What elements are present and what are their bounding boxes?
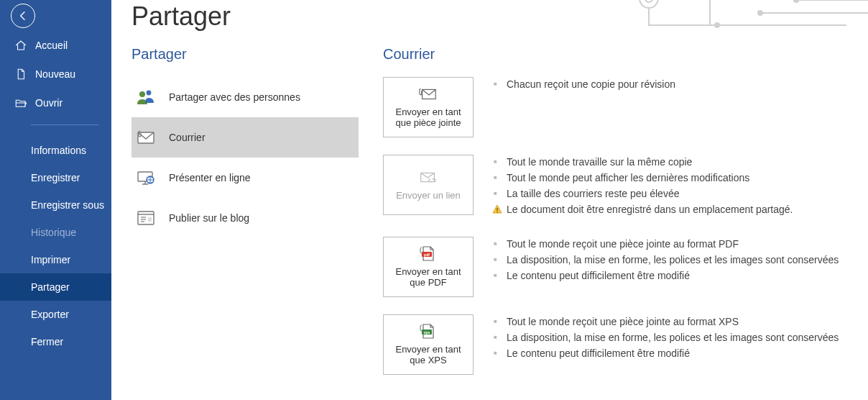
envelope-attach-icon — [418, 86, 438, 102]
send-as-attachment-button[interactable]: Envoyer en tant que pièce jointe — [383, 77, 474, 137]
share-option-label: Partager avec des personnes — [169, 91, 300, 103]
warning-icon — [492, 204, 502, 217]
detail-warning: Le document doit être enregistré dans un… — [494, 204, 793, 215]
sidebar-item-label: Historique — [31, 227, 76, 238]
svg-point-6 — [139, 91, 145, 97]
sidebar-item-informations[interactable]: Informations — [0, 137, 111, 164]
sidebar-item-label: Exporter — [31, 309, 69, 320]
share-people-icon — [136, 87, 156, 107]
mail-option-details: Tout le monde reçoit une pièce jointe au… — [494, 237, 839, 297]
tile-label: Envoyer un lien — [396, 190, 461, 201]
sidebar-item-label: Imprimer — [31, 254, 70, 265]
sidebar-divider — [31, 124, 98, 125]
mail-option-details: Chacun reçoit une copie pour révision — [494, 77, 675, 137]
mail-heading: Courrier — [383, 46, 868, 63]
sidebar-item-partager[interactable]: Partager — [0, 273, 111, 301]
sidebar-item-label: Accueil — [35, 40, 68, 51]
mail-option-details: Tout le monde reçoit une pièce jointe au… — [494, 314, 839, 375]
sidebar-item-historique: Historique — [0, 219, 111, 246]
mail-option-details: Tout le monde travaille sur la même copi… — [494, 155, 793, 219]
backstage-sidebar: Accueil Nouveau Ouvrir Informations Enre… — [0, 0, 111, 400]
svg-rect-16 — [497, 212, 497, 212]
share-option-label: Courrier — [169, 132, 206, 143]
sidebar-item-imprimer[interactable]: Imprimer — [0, 246, 111, 273]
svg-point-7 — [147, 91, 152, 96]
svg-text:pdf: pdf — [424, 253, 430, 257]
sidebar-item-label: Enregistrer sous — [31, 199, 104, 211]
sidebar-item-enregistrer-sous[interactable]: Enregistrer sous — [0, 191, 111, 219]
sidebar-item-exporter[interactable]: Exporter — [0, 301, 111, 328]
arrow-left-icon — [17, 10, 29, 22]
sidebar-item-label: Informations — [31, 145, 86, 156]
detail-bullet: Chacun reçoit une copie pour révision — [494, 78, 675, 90]
detail-bullet: Tout le monde travaille sur la même copi… — [494, 156, 793, 168]
blog-icon — [136, 208, 156, 228]
detail-bullet: La disposition, la mise en forme, les po… — [494, 254, 839, 265]
pdf-file-icon: pdf — [418, 246, 438, 262]
share-heading: Partager — [131, 46, 383, 63]
envelope-link-icon — [418, 170, 438, 186]
svg-rect-15 — [497, 208, 497, 211]
share-option-presenter-en-ligne[interactable]: Présenter en ligne — [131, 158, 359, 198]
send-a-link-button: Envoyer un lien — [383, 155, 474, 215]
back-button[interactable] — [11, 4, 35, 28]
sidebar-item-accueil[interactable]: Accueil — [0, 31, 111, 60]
share-option-publier-sur-le-blog[interactable]: Publier sur le blog — [131, 198, 359, 238]
detail-bullet: Le contenu peut difficilement être modif… — [494, 347, 839, 359]
xps-file-icon: xps — [418, 324, 438, 340]
detail-bullet: La taille des courriers reste peu élevée — [494, 188, 793, 199]
sidebar-item-enregistrer[interactable]: Enregistrer — [0, 164, 111, 191]
sidebar-item-fermer[interactable]: Fermer — [0, 328, 111, 355]
sidebar-item-label: Enregistrer — [31, 172, 80, 183]
tile-label: Envoyer en tant que XPS — [387, 344, 470, 365]
detail-bullet: Tout le monde peut afficher les dernière… — [494, 172, 793, 183]
detail-bullet: La disposition, la mise en forme, les po… — [494, 332, 839, 343]
new-doc-icon — [14, 68, 27, 81]
present-online-icon — [136, 168, 156, 188]
sidebar-item-ouvrir[interactable]: Ouvrir — [0, 88, 111, 117]
send-as-xps-button[interactable]: xps Envoyer en tant que XPS — [383, 314, 474, 375]
sidebar-item-label: Nouveau — [35, 68, 75, 80]
detail-bullet: Tout le monde reçoit une pièce jointe au… — [494, 238, 839, 250]
sidebar-item-nouveau[interactable]: Nouveau — [0, 60, 111, 88]
detail-bullet: Tout le monde reçoit une pièce jointe au… — [494, 316, 839, 327]
send-as-pdf-button[interactable]: pdf Envoyer en tant que PDF — [383, 237, 474, 297]
share-option-partager-avec-des-personnes[interactable]: Partager avec des personnes — [131, 77, 359, 117]
page-title: Partager — [131, 0, 868, 32]
share-option-label: Présenter en ligne — [169, 172, 251, 183]
sidebar-item-label: Ouvrir — [35, 97, 63, 109]
mail-attach-icon — [136, 127, 156, 147]
sidebar-item-label: Fermer — [31, 336, 63, 347]
open-folder-icon — [14, 96, 27, 109]
svg-text:xps: xps — [424, 330, 430, 335]
svg-rect-12 — [148, 217, 152, 222]
tile-label: Envoyer en tant que pièce jointe — [387, 106, 470, 128]
share-option-label: Publier sur le blog — [169, 212, 249, 224]
home-icon — [14, 39, 27, 52]
detail-bullet: Le contenu peut difficilement être modif… — [494, 270, 839, 281]
share-option-courrier[interactable]: Courrier — [131, 117, 359, 158]
tile-label: Envoyer en tant que PDF — [387, 266, 470, 288]
sidebar-item-label: Partager — [31, 281, 70, 293]
